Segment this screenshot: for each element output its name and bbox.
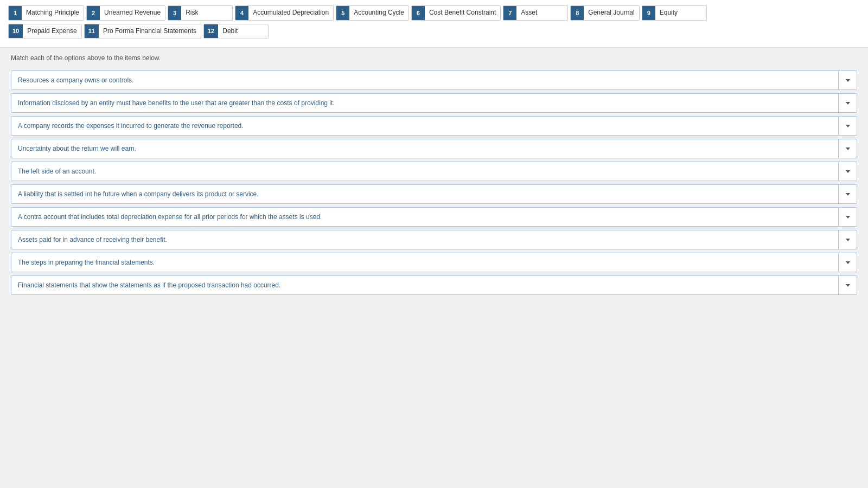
option-chip-10[interactable]: 10Prepaid Expense xyxy=(8,24,82,39)
match-row-7: A contra account that includes total dep… xyxy=(11,207,857,227)
match-text-9: The steps in preparing the financial sta… xyxy=(11,253,838,272)
option-number-4: 4 xyxy=(235,6,248,20)
option-label-7: Asset xyxy=(516,6,541,20)
chevron-down-icon xyxy=(846,147,850,150)
option-chip-8[interactable]: 8General Journal xyxy=(570,5,639,21)
top-options-area: 1Matching Principle2Unearned Revenue3Ris… xyxy=(0,0,868,48)
option-number-6: 6 xyxy=(412,6,425,20)
chevron-down-icon xyxy=(846,261,850,264)
chevron-down-icon xyxy=(846,216,850,219)
match-row-10: Financial statements that show the state… xyxy=(11,275,857,295)
option-label-3: Risk xyxy=(181,6,202,20)
match-row-5: The left side of an account. xyxy=(11,162,857,181)
option-label-1: Matching Principle xyxy=(22,6,84,20)
option-chip-9[interactable]: 9Equity xyxy=(642,5,707,21)
option-chip-5[interactable]: 5Accounting Cycle xyxy=(336,5,409,21)
option-number-9: 9 xyxy=(642,6,655,20)
options-row-2: 10Prepaid Expense11Pro Forma Financial S… xyxy=(8,24,860,39)
match-row-2: Information disclosed by an entity must … xyxy=(11,93,857,113)
match-dropdown-2[interactable] xyxy=(838,94,857,112)
option-label-12: Debit xyxy=(218,24,242,38)
option-label-8: General Journal xyxy=(584,6,639,20)
match-text-1: Resources a company owns or controls. xyxy=(11,71,838,89)
option-chip-1[interactable]: 1Matching Principle xyxy=(8,5,84,21)
options-row-1: 1Matching Principle2Unearned Revenue3Ris… xyxy=(8,5,860,21)
match-container: Resources a company owns or controls.Inf… xyxy=(0,70,868,306)
match-dropdown-1[interactable] xyxy=(838,71,857,89)
chevron-down-icon xyxy=(846,102,850,105)
match-dropdown-5[interactable] xyxy=(838,162,857,181)
match-row-6: A liability that is settled int he futur… xyxy=(11,184,857,204)
match-row-9: The steps in preparing the financial sta… xyxy=(11,253,857,272)
option-number-12: 12 xyxy=(204,24,218,38)
option-chip-12[interactable]: 12Debit xyxy=(203,24,269,39)
match-text-6: A liability that is settled int he futur… xyxy=(11,185,838,203)
match-dropdown-9[interactable] xyxy=(838,253,857,272)
option-label-10: Prepaid Expense xyxy=(23,24,81,38)
option-chip-6[interactable]: 6Cost Benefit Constraint xyxy=(411,5,501,21)
match-text-4: Uncertainty about the return we will ear… xyxy=(11,139,838,158)
option-number-11: 11 xyxy=(85,24,99,38)
option-number-1: 1 xyxy=(9,6,22,20)
match-text-2: Information disclosed by an entity must … xyxy=(11,94,838,112)
chevron-down-icon xyxy=(846,239,850,241)
option-label-2: Unearned Revenue xyxy=(100,6,165,20)
option-label-11: Pro Forma Financial Statements xyxy=(99,24,201,38)
match-dropdown-3[interactable] xyxy=(838,117,857,135)
option-label-4: Accumulated Depreciation xyxy=(248,6,333,20)
match-dropdown-8[interactable] xyxy=(838,230,857,249)
option-label-9: Equity xyxy=(655,6,682,20)
option-chip-3[interactable]: 3Risk xyxy=(168,5,233,21)
chevron-down-icon xyxy=(846,125,850,127)
option-number-3: 3 xyxy=(168,6,181,20)
option-number-8: 8 xyxy=(571,6,584,20)
match-dropdown-6[interactable] xyxy=(838,185,857,203)
instruction-text: Match each of the options above to the i… xyxy=(11,54,857,62)
match-text-3: A company records the expenses it incurr… xyxy=(11,117,838,135)
option-label-6: Cost Benefit Constraint xyxy=(425,6,500,20)
match-text-10: Financial statements that show the state… xyxy=(11,276,838,294)
option-number-2: 2 xyxy=(87,6,100,20)
match-text-7: A contra account that includes total dep… xyxy=(11,208,838,226)
option-label-5: Accounting Cycle xyxy=(349,6,409,20)
match-row-1: Resources a company owns or controls. xyxy=(11,70,857,90)
instruction-area: Match each of the options above to the i… xyxy=(0,48,868,70)
match-row-3: A company records the expenses it incurr… xyxy=(11,116,857,136)
match-dropdown-7[interactable] xyxy=(838,208,857,226)
match-row-8: Assets paid for in advance of receiving … xyxy=(11,230,857,249)
chevron-down-icon xyxy=(846,284,850,287)
option-number-5: 5 xyxy=(336,6,349,20)
match-text-8: Assets paid for in advance of receiving … xyxy=(11,230,838,249)
option-number-10: 10 xyxy=(9,24,23,38)
option-chip-11[interactable]: 11Pro Forma Financial Statements xyxy=(84,24,201,39)
match-text-5: The left side of an account. xyxy=(11,162,838,181)
chevron-down-icon xyxy=(846,170,850,173)
match-dropdown-4[interactable] xyxy=(838,139,857,158)
option-chip-2[interactable]: 2Unearned Revenue xyxy=(86,5,165,21)
match-dropdown-10[interactable] xyxy=(838,276,857,294)
option-chip-7[interactable]: 7Asset xyxy=(503,5,568,21)
chevron-down-icon xyxy=(846,79,850,82)
option-chip-4[interactable]: 4Accumulated Depreciation xyxy=(235,5,334,21)
chevron-down-icon xyxy=(846,193,850,196)
match-row-4: Uncertainty about the return we will ear… xyxy=(11,139,857,158)
option-number-7: 7 xyxy=(503,6,516,20)
